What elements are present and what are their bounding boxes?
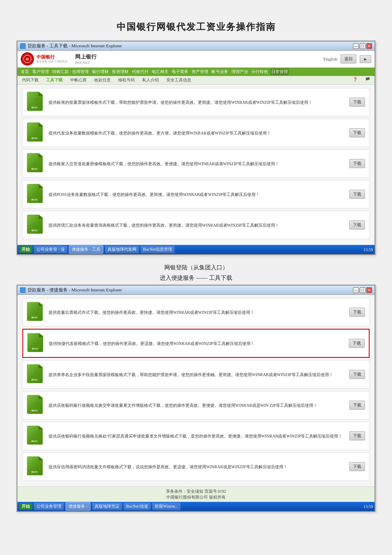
boc-icon-2-1: BOC bbox=[27, 302, 44, 323]
subnav-question-1[interactable]: ❓ bbox=[351, 77, 359, 83]
footer-service-2: 享务条件：安全须知 页面号 0192 bbox=[21, 489, 371, 494]
download-text-1-2: 提供代发业务批量数据模板作式下载，使您的操作更高效。更方便。请您使用WINRAR… bbox=[49, 130, 345, 136]
browser-window-1: 贷款服务 - 工具下载 - Microsoft Internet Explore… bbox=[17, 41, 375, 255]
download-text-1-1: 提供标准的批量票据张模板作式下载，帮助您能护票批申请。使您的操作更高效。更简捷。… bbox=[49, 99, 345, 105]
taskbar-item-2-4[interactable]: BocNet/信道 bbox=[124, 503, 151, 510]
download-item-2-6: BOC 提供应信用函密码消清批量文件模板格式下载，说说您操作是高效。更适捷。请您… bbox=[22, 452, 370, 481]
caption-line-1: 网银登陆（从集团入口） bbox=[17, 262, 375, 273]
download-item-1-2: BOC 提供代发业务批量数据模板作式下载，使您的操作更高效。更方便。请您使用WI… bbox=[22, 119, 370, 147]
boc-icon-2-6: BOC bbox=[27, 456, 44, 477]
maximize-button-2[interactable]: □ bbox=[360, 287, 365, 293]
svg-text:中: 中 bbox=[26, 58, 29, 61]
download-text-2-1: 提供批量出票格式作式下载。使您的操作更高效。更快捷。请您使用WINRAR或者WI… bbox=[49, 309, 345, 315]
minimize-button-2[interactable]: — bbox=[353, 287, 359, 293]
subnav-security-1[interactable]: 安全工具信息 bbox=[165, 77, 192, 83]
nav-loans-1[interactable]: 信用管理 bbox=[71, 68, 90, 75]
subnav-siren-1[interactable]: 私人介绍 bbox=[141, 77, 160, 83]
download-text-1-3: 提供账家入总管道批量密修模板格式下载，使您的操作更高效。更便捷。请您使用WINR… bbox=[49, 161, 345, 167]
english-link-1[interactable]: English bbox=[323, 56, 337, 61]
boc-icon-2-2: BOC bbox=[27, 333, 45, 354]
login-btn-1[interactable]: 退回 bbox=[341, 54, 356, 64]
download-button-1-4[interactable]: 下载 bbox=[349, 190, 365, 199]
maximize-button-1[interactable]: □ bbox=[360, 43, 365, 49]
footer-copyright-2: 中国银行股份有限公司 版权所有 bbox=[21, 494, 371, 500]
close-button-1[interactable]: ✕ bbox=[366, 43, 372, 49]
download-button-1-5[interactable]: 下载 bbox=[349, 220, 365, 230]
bank-header-1: 中 中国银行 BANK OF CHINA 网上银行 BOCNET English… bbox=[17, 51, 375, 68]
ie-icon-1 bbox=[20, 43, 26, 49]
taskbar-item-1-1[interactable]: 公司业务管 - 业 bbox=[34, 246, 67, 253]
minimize-button-1[interactable]: — bbox=[353, 43, 359, 49]
subnav-yiji-1[interactable]: 移机号码 bbox=[117, 77, 136, 83]
download-list-2: BOC 提供批量出票格式作式下载。使您的操作更高效。更快捷。请您使用WINRAR… bbox=[22, 298, 370, 481]
subnav-tools-1[interactable]: 工具下载 bbox=[45, 77, 64, 83]
download-button-1-2[interactable]: 下载 bbox=[349, 128, 365, 137]
browser-titlebar-2: 贷款服务 - 便捷服务 - Microsoft Internet Explore… bbox=[17, 286, 375, 295]
nav-finance-1[interactable]: 银行理财 bbox=[91, 68, 110, 75]
download-button-2-2[interactable]: 下载 bbox=[349, 339, 365, 348]
nav-ecom-1[interactable]: 代收代付 bbox=[131, 68, 149, 75]
browser-controls-2: — □ ✕ bbox=[353, 287, 372, 293]
help-btn-1[interactable]: ► bbox=[360, 55, 371, 63]
taskbar-item-2-2[interactable]: 便捷服务 - bbox=[66, 502, 90, 511]
bank-logo-text-area-1: 中国银行 BANK OF CHINA bbox=[37, 54, 68, 64]
boc-icon-2-5: BOC bbox=[27, 425, 44, 446]
browser-title-1: 贷款服务 - 工具下载 - Microsoft Internet Explore… bbox=[27, 43, 122, 49]
browser-content-2: BOC 提供批量出票格式作式下载。使您的操作更高效。更快捷。请您使用WINRAR… bbox=[17, 295, 375, 487]
browser-title-2: 贷款服务 - 便捷服务 - Microsoft Internet Explore… bbox=[27, 287, 122, 293]
start-button-1[interactable]: 开始 bbox=[19, 246, 32, 253]
subnav-zhongzhang-1[interactable]: 中帐心算 bbox=[69, 77, 88, 83]
start-label-2: 开始 bbox=[22, 504, 30, 509]
download-button-1-1[interactable]: 下载 bbox=[349, 98, 365, 107]
taskbar-clock-1: 13:59 bbox=[363, 247, 373, 252]
download-item-2-5: BOC 提供店收银码银行值额格兑换处/打家层具通买申请批量准文件增版格式下载，是… bbox=[22, 422, 370, 450]
taskbar-item-2-3[interactable]: 真版地球凭证 bbox=[92, 503, 122, 510]
taskbar-item-1-3[interactable]: 真版地球代发网 bbox=[105, 246, 139, 253]
nav-number-1[interactable]: 资产管理 bbox=[191, 68, 209, 75]
titlebar-left-1: 贷款服务 - 工具下载 - Microsoft Internet Explore… bbox=[20, 43, 122, 49]
download-text-2-3: 提供券券名企业多中段批量票据张模板格式下载，帮助您能护票批申请。使您的操作更准确… bbox=[49, 372, 345, 378]
titlebar-left-2: 贷款服务 - 便捷服务 - Microsoft Internet Explore… bbox=[20, 287, 122, 293]
taskbar-item-2-1[interactable]: 公司业务管理 bbox=[34, 503, 64, 510]
download-text-2-6: 提供应信用函密码消清批量文件模板格式下载，说说您操作是高效。更适捷。请您使用WI… bbox=[49, 464, 345, 470]
taskbar-item-2-5[interactable]: 前期Winow... bbox=[152, 503, 180, 510]
subnav-shoukuan-1[interactable]: 收款任意 bbox=[93, 77, 112, 83]
download-button-2-6[interactable]: 下载 bbox=[349, 462, 365, 471]
nav-manage-1[interactable]: 日常管理 bbox=[270, 68, 289, 75]
nav-invest-1[interactable]: 投资理财 bbox=[111, 68, 129, 75]
caption-line-2: 进入便捷服务 —— 工具下载 bbox=[17, 273, 375, 283]
browser-content-1: BOC 提供标准的批量票据张模板作式下载，帮助您能护票批申请。使您的操作更高效。… bbox=[17, 85, 375, 245]
nav-credit-1[interactable]: 帐号业务 bbox=[211, 68, 229, 75]
download-text-1-4: 提供POSS业务批量数据格式下载，使您的操作更高效。更简便。请您使用WINRAR… bbox=[49, 191, 345, 198]
close-button-2[interactable]: ✕ bbox=[366, 287, 372, 293]
ie-icon-2 bbox=[20, 287, 26, 293]
subnav-daishu-1[interactable]: 代码下载 bbox=[21, 77, 40, 83]
download-list-1: BOC 提供标准的批量票据张模板作式下载，帮助您能护票批申请。使您的操作更高效。… bbox=[22, 88, 370, 239]
start-button-2[interactable]: 开始 bbox=[19, 503, 32, 510]
bank-logo-1: 中 bbox=[21, 52, 34, 66]
taskbar-item-1-2[interactable]: 便捷服务 - 工具 bbox=[69, 245, 103, 254]
nav-home-1[interactable]: 首页 bbox=[20, 68, 30, 75]
page-title: 中国银行网银代发工资业务操作指南 bbox=[17, 21, 375, 33]
taskbar-item-1-4[interactable]: BocNet信息管理 bbox=[141, 246, 175, 253]
main-nav-1: 首页 客户管理 转账汇款 信用管理 银行理财 投资理财 代收代付 电汇相关 电子… bbox=[17, 68, 375, 76]
boc-icon-1-2: BOC bbox=[27, 122, 44, 143]
boc-icon-1-1: BOC bbox=[27, 92, 44, 112]
nav-product-1[interactable]: 电子商务 bbox=[171, 68, 189, 75]
subnav-flag-1[interactable]: 🏴 bbox=[364, 77, 371, 83]
boc-icon-1-4: BOC bbox=[27, 184, 44, 205]
download-item-1-1: BOC 提供标准的批量票据张模板作式下载，帮助您能护票批申请。使您的操作更高效。… bbox=[22, 88, 370, 116]
nav-daily-1[interactable]: 分行特色 bbox=[251, 68, 269, 75]
download-text-2-2: 提供快捷代发薪模格式下载，使您的操作更高效。更适捷。请您使用WINRAR或者WI… bbox=[49, 340, 345, 347]
download-button-2-4[interactable]: 下载 bbox=[349, 401, 365, 410]
nav-account-1[interactable]: 客户管理 bbox=[32, 68, 50, 75]
nav-transfer-1[interactable]: 转账汇款 bbox=[51, 68, 70, 75]
taskbar-1: 开始 公司业务管 - 业 便捷服务 - 工具 真版地球代发网 BocNet信息管… bbox=[17, 245, 375, 254]
nav-online-1[interactable]: 电汇相关 bbox=[151, 68, 169, 75]
nav-branch-1[interactable]: 理理产业 bbox=[231, 68, 249, 75]
download-button-2-1[interactable]: 下载 bbox=[349, 308, 365, 317]
download-button-2-5[interactable]: 下载 bbox=[349, 431, 365, 440]
download-item-1-4: BOC 提供POSS业务批量数据格式下载，使您的操作更高效。更简便。请您使用WI… bbox=[22, 180, 370, 208]
download-button-1-3[interactable]: 下载 bbox=[349, 159, 365, 168]
download-button-2-3[interactable]: 下载 bbox=[349, 370, 365, 379]
